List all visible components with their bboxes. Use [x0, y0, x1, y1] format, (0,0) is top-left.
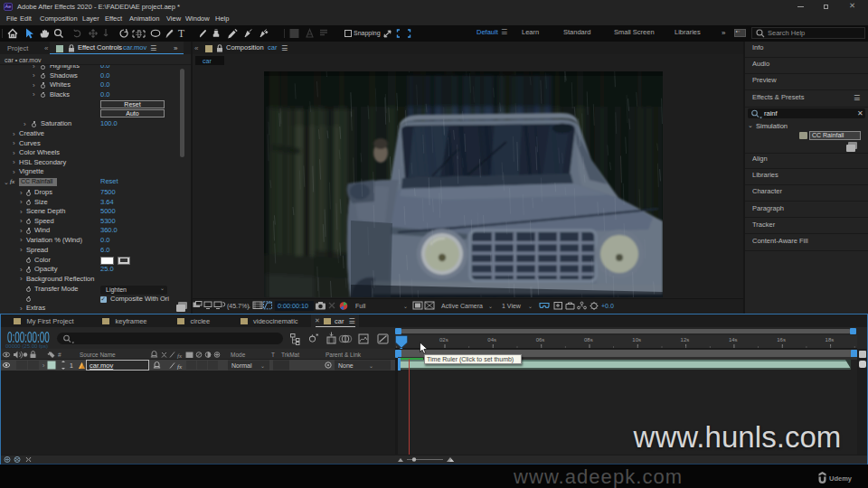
svg-text:1 View: 1 View: [502, 303, 522, 309]
svg-text:TrkMat: TrkMat: [281, 352, 299, 358]
svg-text:fx: fx: [177, 363, 183, 371]
svg-text:Source Name: Source Name: [80, 352, 116, 358]
svg-text:⌄: ⌄: [528, 304, 533, 309]
svg-text:T: T: [271, 352, 275, 358]
svg-text:›: ›: [42, 362, 45, 369]
svg-text:⌄: ⌄: [247, 304, 251, 309]
svg-text:car.mov: car.mov: [90, 361, 114, 370]
svg-text:Mode: Mode: [231, 352, 246, 358]
svg-text:Full: Full: [355, 303, 366, 309]
svg-text:⌄: ⌄: [403, 304, 408, 309]
svg-text:Parent & Link: Parent & Link: [326, 352, 362, 358]
svg-text:Normal: Normal: [231, 362, 252, 369]
svg-text:⌄: ⌄: [260, 363, 265, 369]
svg-text:Udemy: Udemy: [829, 474, 853, 483]
svg-text:1: 1: [70, 362, 73, 369]
svg-text:0:00:00:10: 0:00:00:10: [278, 302, 308, 310]
svg-text:#: #: [58, 352, 61, 358]
svg-text:(45.7%): (45.7%): [227, 303, 250, 310]
svg-text:None: None: [338, 362, 354, 369]
svg-text:Active Camera: Active Camera: [441, 303, 483, 309]
svg-text:⌄: ⌄: [369, 363, 373, 369]
svg-text:fx: fx: [177, 352, 183, 360]
svg-text:⌄: ⌄: [488, 304, 493, 309]
svg-text:T: T: [178, 28, 184, 39]
svg-text:+0.0: +0.0: [601, 303, 614, 309]
